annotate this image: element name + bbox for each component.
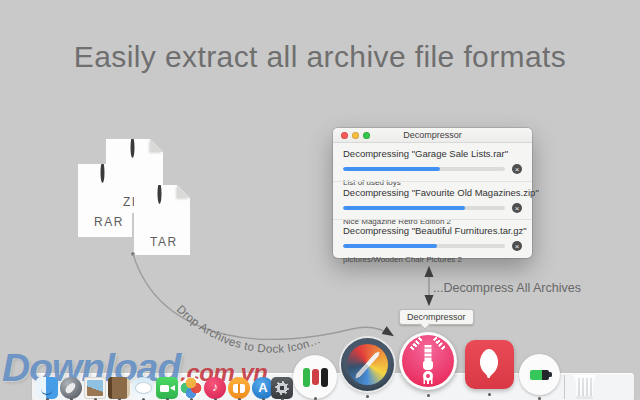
gear-icon [271, 377, 293, 399]
task-title: Decompressing "Garage Sale Lists.rar" [343, 148, 522, 159]
dock-item-facetime[interactable] [156, 377, 178, 399]
launchpad-icon [60, 377, 82, 399]
running-indicator [366, 395, 369, 398]
zoom-button[interactable] [363, 132, 370, 139]
dock-item-finder[interactable] [36, 377, 58, 399]
progress-bar [343, 244, 505, 248]
archive-label: RAR [94, 215, 124, 229]
page-curl [177, 185, 190, 198]
dock-item-launchpad[interactable] [60, 377, 82, 399]
archive-label: TAR [150, 235, 178, 249]
contacts-icon [108, 377, 130, 399]
close-button[interactable] [341, 132, 348, 139]
task-title: Decompressing "Favourite Old Magazines.z… [343, 187, 522, 198]
dock-divider [564, 375, 565, 399]
cancel-button[interactable]: × [512, 203, 522, 213]
drop-curve-arrow [133, 254, 392, 339]
decompressor-window: Decompressor Decompressing "Garage Sale … [333, 128, 532, 258]
running-indicator [427, 394, 430, 397]
dock-item-safari[interactable] [341, 338, 394, 391]
messages-icon [132, 377, 154, 399]
leaf-icon [465, 340, 514, 389]
task-title: Decompressing "Beautiful Furnitures.tar.… [343, 225, 522, 236]
dock-item-ibooks[interactable] [228, 377, 250, 399]
screenshot-stage: Easily extract all archive file formats … [0, 0, 640, 400]
finder-icon [36, 377, 58, 399]
page-curl [150, 139, 163, 152]
task-subtitle: pictures/Wooden Chair Pictures 2 [343, 255, 522, 264]
dock-item-photos[interactable] [180, 377, 202, 399]
task-row: Decompressing "Beautiful Furnitures.tar.… [333, 219, 532, 257]
trash-icon [572, 375, 597, 399]
battery-icon [519, 354, 560, 395]
page-title: Easily extract all archive file formats [0, 40, 640, 74]
window-titlebar[interactable]: Decompressor [333, 128, 532, 143]
zipper-icon [158, 185, 167, 223]
facetime-icon [156, 377, 178, 399]
cancel-button[interactable]: × [512, 164, 522, 174]
progress-bar [343, 167, 505, 171]
mail-icon [84, 377, 106, 399]
decompress-hint-text: ...Decompress All Archives [433, 281, 581, 295]
ibooks-icon [228, 377, 250, 399]
progress-bar [343, 206, 505, 210]
decompressor-zipper-icon [399, 332, 457, 390]
cancel-button[interactable]: × [512, 241, 522, 251]
dock-item-trash[interactable] [572, 375, 597, 399]
running-indicator [488, 393, 491, 396]
dock-item-messages[interactable] [132, 377, 154, 399]
media-reels-icon [293, 355, 337, 399]
dock-item-media-reels[interactable] [293, 355, 337, 399]
archive-doc-tar: TAR [134, 185, 190, 255]
dock-tooltip: Decompressor [399, 309, 474, 325]
dock-item-itunes[interactable]: ♪ [204, 377, 226, 399]
safari-compass-icon [341, 338, 394, 391]
traffic-lights [341, 132, 370, 139]
itunes-icon: ♪ [204, 377, 226, 399]
photos-icon [180, 377, 202, 399]
task-row: Decompressing "Garage Sale Lists.rar" × … [333, 143, 532, 181]
task-row: Decompressing "Favourite Old Magazines.z… [333, 181, 532, 219]
drop-hint-text: Drop Archives to Dock Icon… [175, 303, 322, 355]
dock-item-decompressor[interactable] [399, 332, 457, 390]
dock-item-leaf-app[interactable] [465, 340, 514, 389]
dock-item-contacts[interactable] [108, 377, 130, 399]
dock-item-battery-app[interactable] [519, 354, 560, 395]
dock-item-system-preferences[interactable] [271, 377, 293, 399]
dock-item-mail[interactable] [84, 377, 106, 399]
minimize-button[interactable] [352, 132, 359, 139]
